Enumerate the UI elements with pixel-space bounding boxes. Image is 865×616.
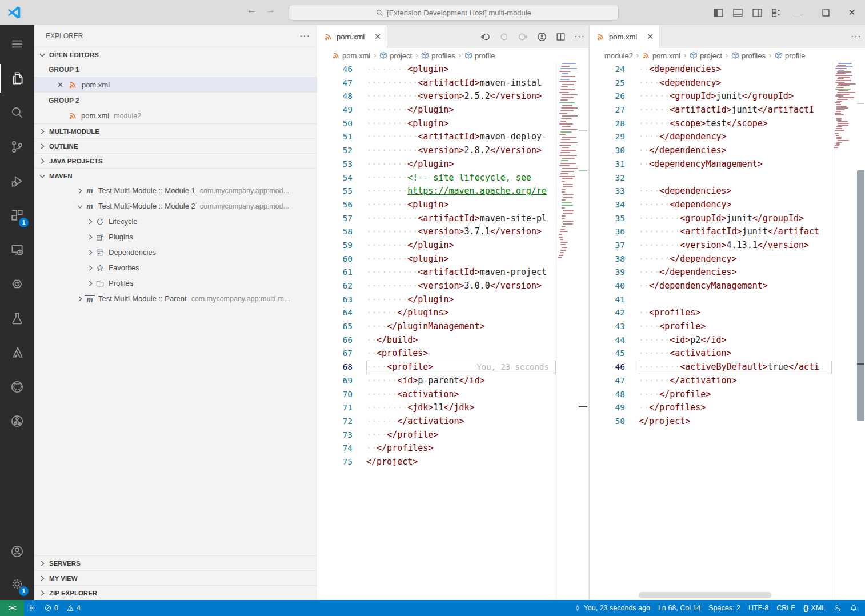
- line-content: ····</profile>: [366, 429, 556, 442]
- customize-layout-icon[interactable]: [767, 4, 786, 21]
- nav-back-icon[interactable]: ←: [247, 5, 257, 16]
- more-actions-icon[interactable]: ···: [574, 31, 585, 42]
- section-multi-module[interactable]: MULTI-MODULE: [34, 123, 317, 138]
- tree-item-test-multi-module-parent[interactable]: mTest Multi-Module :: Parentcom.mycompan…: [34, 291, 317, 306]
- breadcrumb-item-profiles[interactable]: profiles: [731, 51, 766, 60]
- error-status[interactable]: 0: [40, 600, 62, 616]
- breadcrumb-item-pom.xml[interactable]: pom.xml: [332, 51, 370, 60]
- nav-circle-icon[interactable]: [499, 31, 510, 42]
- line-content: ········<plugin>: [366, 63, 556, 77]
- minimap[interactable]: [556, 63, 578, 600]
- breadcrumb-item-project[interactable]: project: [690, 51, 722, 60]
- section-java-projects[interactable]: JAVA PROJECTS: [34, 153, 317, 168]
- encoding[interactable]: UTF-8: [744, 600, 772, 616]
- line-number: 40: [590, 279, 625, 293]
- code-line-68: 68····<profile>You, 23 seconds: [317, 361, 556, 374]
- branch-status[interactable]: [24, 600, 40, 616]
- nav-forward-icon[interactable]: →: [266, 5, 275, 16]
- code-editor[interactable]: 24··<dependencies>25····<dependency>26··…: [590, 63, 832, 600]
- beaker-icon[interactable]: [0, 304, 34, 333]
- maximize-button[interactable]: [812, 0, 839, 25]
- section-maven[interactable]: MAVEN: [34, 168, 317, 183]
- close-icon[interactable]: ✕: [374, 32, 381, 41]
- language-mode[interactable]: {}XML: [799, 600, 830, 616]
- search-icon[interactable]: [0, 98, 34, 127]
- minimize-button[interactable]: —: [786, 0, 812, 25]
- github-icon[interactable]: [0, 373, 34, 401]
- code-line-64: 64······</plugins>: [317, 306, 556, 320]
- line-content: [639, 293, 832, 307]
- line-content: ······<id>p2</id>: [639, 334, 832, 347]
- warning-status[interactable]: 4: [62, 600, 85, 616]
- vertical-scrollbar[interactable]: [857, 170, 864, 421]
- power-icon[interactable]: [0, 270, 34, 298]
- breadcrumb-item-project[interactable]: project: [379, 51, 412, 60]
- overview-ruler[interactable]: [578, 63, 588, 600]
- azure-icon[interactable]: [0, 338, 34, 367]
- minimap[interactable]: [832, 63, 856, 600]
- breadcrumb-item-profile[interactable]: profile: [464, 51, 495, 60]
- section-outline[interactable]: OUTLINE: [34, 138, 317, 153]
- chevron-right-icon: [38, 142, 47, 150]
- cursor-position[interactable]: Ln 68, Col 14: [654, 600, 704, 616]
- split-editor-icon[interactable]: [555, 31, 566, 42]
- more-actions-icon[interactable]: ···: [851, 31, 862, 42]
- tree-item-test-multi-module-module-2[interactable]: mTest Multi-Module :: Module 2com.mycomp…: [34, 198, 317, 214]
- breadcrumb-item-profile[interactable]: profile: [775, 51, 805, 60]
- line-number: 68: [317, 361, 353, 374]
- code-line-45: 45······<activation>: [590, 347, 832, 361]
- tree-item-lifecycle[interactable]: Lifecycle: [34, 214, 317, 229]
- toggle-secondary-sidebar-icon[interactable]: [747, 4, 767, 21]
- sidebar-more-actions-icon[interactable]: ···: [299, 31, 310, 41]
- line-number: 25: [590, 77, 625, 90]
- run-debug-icon[interactable]: [0, 167, 34, 195]
- open-editor-pom.xml[interactable]: ✕pom.xml: [34, 77, 317, 93]
- indentation[interactable]: Spaces: 2: [704, 600, 744, 616]
- tree-item-favorites[interactable]: Favorites: [34, 260, 317, 275]
- tab-pom.xml[interactable]: pom.xml✕: [590, 25, 660, 48]
- section-my-view[interactable]: MY VIEW: [34, 570, 317, 585]
- close-icon[interactable]: ✕: [647, 32, 654, 41]
- open-editor-pom.xml[interactable]: pom.xmlmodule2: [34, 108, 317, 123]
- remote-indicator[interactable]: ><: [0, 600, 24, 616]
- xml-file-icon: [332, 51, 340, 59]
- settings-gear-icon[interactable]: 1: [0, 570, 34, 598]
- account-icon[interactable]: [0, 537, 34, 566]
- breadcrumb-item-pom.xml[interactable]: pom.xml: [642, 51, 680, 60]
- maven-module-icon: m: [85, 201, 95, 211]
- toggle-primary-sidebar-icon[interactable]: [708, 4, 728, 21]
- blame-status[interactable]: You, 23 seconds ago: [570, 600, 654, 616]
- horizontal-scrollbar[interactable]: [639, 592, 771, 598]
- explorer-icon[interactable]: [0, 64, 34, 93]
- goforward-icon[interactable]: [518, 31, 528, 42]
- tree-item-plugins[interactable]: Plugins: [34, 229, 317, 245]
- tab-pom.xml[interactable]: pom.xml✕: [317, 25, 387, 48]
- tree-item-dependencies[interactable]: Dependencies: [34, 245, 317, 260]
- code-editor[interactable]: 46········<plugin>47··········<artifactI…: [317, 63, 556, 600]
- toggle-panel-icon[interactable]: [728, 4, 747, 21]
- section-open-editors[interactable]: OPEN EDITORS: [34, 47, 317, 62]
- notifications[interactable]: [846, 600, 862, 616]
- extensions-icon[interactable]: 1: [0, 201, 34, 230]
- close-icon[interactable]: ✕: [57, 81, 63, 89]
- source-control-icon[interactable]: [0, 133, 34, 161]
- file-history-icon[interactable]: [536, 31, 547, 42]
- goback-icon[interactable]: [480, 31, 491, 42]
- code-line-36: 36········<artifactId>junit</artifact: [590, 225, 832, 239]
- menu-icon[interactable]: [0, 30, 34, 58]
- gitlens-icon[interactable]: [0, 407, 34, 435]
- section-zip-explorer[interactable]: ZIP EXPLORER: [34, 585, 317, 600]
- code-line-32: 32: [590, 171, 832, 185]
- close-button[interactable]: ✕: [839, 0, 865, 25]
- eol[interactable]: CRLF: [772, 600, 799, 616]
- remote-explorer-icon[interactable]: [0, 235, 34, 264]
- feedback[interactable]: [830, 600, 846, 616]
- line-number: 29: [590, 130, 625, 144]
- command-center-search[interactable]: [Extension Development Host] multi-modul…: [289, 5, 619, 21]
- tree-item-profiles[interactable]: Profiles: [34, 275, 317, 291]
- tree-item-test-multi-module-module-1[interactable]: mTest Multi-Module :: Module 1com.mycomp…: [34, 183, 317, 198]
- breadcrumb-item-module2[interactable]: module2: [604, 51, 633, 60]
- breadcrumb-item-profiles[interactable]: profiles: [421, 51, 455, 60]
- chevron-right-icon: [86, 218, 95, 226]
- section-servers[interactable]: SERVERS: [34, 555, 317, 570]
